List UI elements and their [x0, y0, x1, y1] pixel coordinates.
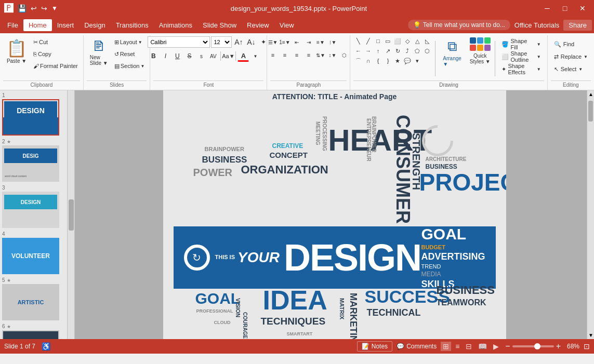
slide-thumb-3[interactable]: 3 DESIGN: [2, 185, 65, 228]
columns-button[interactable]: ⫶▼: [327, 36, 338, 48]
slide-thumb-5[interactable]: 5 ★ ARTISTIC: [2, 277, 65, 320]
shape-curve2[interactable]: ∩: [363, 56, 373, 65]
replace-button[interactable]: ⇄ Replace ▼: [551, 51, 591, 62]
char-spacing-button[interactable]: AV: [207, 50, 219, 62]
shape-triangle[interactable]: △: [413, 36, 422, 46]
shape-fill-button[interactable]: 🪣 Shape Fill ▼: [498, 38, 544, 50]
canvas-area[interactable]: ATTENTION: TITLE - Animated Page BRAINPO…: [68, 90, 594, 339]
align-left-button[interactable]: ≡: [267, 49, 279, 61]
share-button[interactable]: Share: [563, 20, 592, 31]
accessibility-icon[interactable]: ♿: [42, 342, 50, 350]
numbering-button[interactable]: 1≡▼: [279, 36, 291, 48]
new-slide-button[interactable]: 🖹 NewSlide ▼: [87, 36, 111, 68]
align-text-button[interactable]: ↕▼: [327, 49, 338, 61]
zoom-slider[interactable]: [512, 345, 554, 347]
reading-view-button[interactable]: 📖: [476, 341, 489, 352]
shape-line[interactable]: ╲: [353, 36, 363, 46]
sorter-view-button[interactable]: ⊟: [464, 341, 474, 352]
shape-arrow3[interactable]: ↑: [373, 46, 382, 56]
style-swatch-3[interactable]: [484, 37, 491, 44]
maximize-button[interactable]: □: [558, 3, 572, 14]
slideshow-view-button[interactable]: ▶: [491, 341, 501, 352]
shape-diamond[interactable]: ◇: [403, 36, 412, 46]
shape-effects-button[interactable]: ✦ Shape Effects ▼: [498, 63, 544, 75]
file-menu[interactable]: File: [2, 19, 23, 31]
slide-thumb-2[interactable]: 2 ★ DESIG word cloud content: [2, 139, 65, 182]
shape-arrow2[interactable]: →: [363, 46, 373, 56]
shape-outline-button[interactable]: ⬜ Shape Outline ▼: [498, 51, 544, 62]
tell-me-box[interactable]: 💡 Tell me what you want to do...: [408, 20, 510, 30]
slide-thumb-4[interactable]: 4 VOLUNTEER: [2, 231, 65, 274]
paste-button[interactable]: 📋 Paste ▼: [3, 36, 30, 66]
slide-img-4[interactable]: VOLUNTEER: [2, 238, 59, 274]
find-button[interactable]: 🔍 Find: [551, 38, 577, 50]
decrease-indent-button[interactable]: ⇤: [291, 36, 302, 48]
shape-arrow5[interactable]: ↻: [393, 46, 402, 56]
align-right-button[interactable]: ≡: [291, 49, 302, 61]
shape-rect2[interactable]: ⬜: [393, 36, 402, 46]
slide-panel[interactable]: 1 DESIGN idea success project 2 ★ DESIG …: [0, 90, 68, 339]
font-size-select[interactable]: 12: [211, 36, 232, 48]
customize-icon[interactable]: ▼: [51, 5, 58, 12]
change-case-button[interactable]: Aa▼: [222, 50, 234, 62]
normal-view-button[interactable]: ⊞: [441, 342, 451, 351]
shape-curve1[interactable]: ⌒: [353, 56, 363, 65]
shape-arrow6[interactable]: ⤴: [403, 46, 412, 56]
shape-rtriangle[interactable]: ◺: [423, 36, 432, 46]
select-button[interactable]: ↖ Select ▼: [551, 63, 586, 75]
minimize-button[interactable]: ─: [540, 3, 555, 14]
style-swatch-6[interactable]: [484, 45, 491, 51]
shadow-button[interactable]: s: [195, 50, 207, 62]
left-scrollbar[interactable]: [68, 90, 75, 339]
center-button[interactable]: ≡: [279, 49, 291, 61]
slide-img-6[interactable]: THANK: [2, 330, 59, 339]
redo-icon[interactable]: ↪: [41, 4, 47, 12]
bold-button[interactable]: B: [148, 50, 159, 62]
fit-window-button[interactable]: ⊡: [584, 342, 590, 350]
text-direction-button[interactable]: ⇅▼: [315, 49, 326, 61]
slide-canvas[interactable]: ATTENTION: TITLE - Animated Page BRAINPO…: [163, 90, 506, 339]
slide-thumb-1[interactable]: 1 DESIGN idea success project: [2, 92, 65, 136]
line-spacing-button[interactable]: ≡▼: [315, 36, 326, 48]
shape-arrow1[interactable]: ←: [353, 46, 363, 56]
review-menu[interactable]: Review: [242, 19, 274, 31]
insert-menu[interactable]: Insert: [52, 19, 80, 31]
shape-arrow4[interactable]: ↗: [383, 46, 392, 56]
office-tutorials-link[interactable]: Office Tutorials: [514, 21, 559, 29]
shape-hexa[interactable]: ⬡: [423, 46, 432, 56]
outline-view-button[interactable]: ≡: [453, 341, 461, 352]
format-painter-button[interactable]: 🖌 Format Painter: [31, 60, 80, 72]
undo-icon[interactable]: ↩: [31, 4, 37, 12]
decrease-font-button[interactable]: A↓: [245, 36, 257, 48]
arrange-button[interactable]: ⧉ Arrange ▼: [439, 36, 466, 69]
increase-font-button[interactable]: A↑: [233, 36, 244, 48]
strikethrough-button[interactable]: S: [183, 50, 195, 62]
shape-callout[interactable]: 💬: [403, 56, 412, 65]
close-button[interactable]: ✕: [575, 3, 590, 14]
shape-round-rect[interactable]: ▭: [383, 36, 392, 46]
shape-rect[interactable]: □: [373, 36, 382, 46]
shape-brace2[interactable]: }: [383, 56, 392, 65]
animations-menu[interactable]: Animations: [154, 19, 197, 31]
style-swatch-1[interactable]: [470, 37, 476, 44]
section-button[interactable]: ▤ Section ▼: [112, 60, 147, 72]
slide-img-3[interactable]: DESIGN: [2, 192, 59, 228]
font-color-button[interactable]: A: [237, 50, 249, 62]
shape-penta[interactable]: ⬠: [413, 46, 422, 56]
cut-button[interactable]: ✂ Cut: [31, 36, 80, 48]
scroll-up-button[interactable]: ▲: [587, 90, 594, 98]
shape-more[interactable]: ▾: [413, 56, 422, 65]
scroll-down-button[interactable]: ▼: [587, 331, 594, 339]
scroll-thumb[interactable]: [588, 101, 593, 122]
smartart-button[interactable]: ⬡: [339, 49, 350, 61]
increase-indent-button[interactable]: ⇥: [303, 36, 314, 48]
slide-img-5[interactable]: ARTISTIC: [2, 284, 59, 320]
copy-button[interactable]: ⎘ Copy: [31, 48, 80, 60]
bullets-button[interactable]: ☰▼: [267, 36, 279, 48]
right-scrollbar[interactable]: ▲ ▼: [587, 90, 594, 339]
shape-star[interactable]: ★: [393, 56, 402, 65]
italic-button[interactable]: I: [160, 50, 171, 62]
slide-img-1[interactable]: DESIGN idea success project: [2, 99, 59, 136]
scroll-track[interactable]: [587, 98, 594, 331]
style-swatch-4[interactable]: [470, 45, 476, 51]
